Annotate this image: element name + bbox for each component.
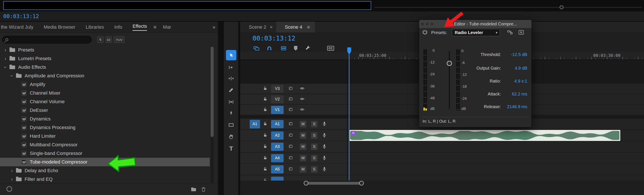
clip-fx-badge[interactable]: fx <box>350 131 356 135</box>
tree-item-dynamics-processing[interactable]: Dynamics Processing <box>0 123 210 132</box>
tab-media-browser[interactable]: Media Browser <box>38 21 80 32</box>
mute-button[interactable]: M <box>300 132 306 139</box>
lock-icon[interactable] <box>263 97 268 102</box>
track-name-a4[interactable]: A4 <box>271 154 284 162</box>
track-name-a2[interactable]: A2 <box>271 131 284 140</box>
rectangle-tool[interactable] <box>226 120 236 130</box>
tab-effects[interactable]: Effects <box>127 21 152 32</box>
tree-item-deesser[interactable]: DeEsser <box>0 106 210 115</box>
captions-icon[interactable]: CC <box>328 45 334 51</box>
sync-lock-icon[interactable] <box>288 144 293 149</box>
tab-markers[interactable]: Mar <box>158 21 176 32</box>
audio-clip[interactable]: fx <box>350 130 620 141</box>
ratio-value[interactable]: 4.9 x:1 <box>504 78 527 84</box>
track-name-v2[interactable]: V2 <box>271 95 284 103</box>
clip-editor-window[interactable]: Clip Editor - Tube-modeled Compre... Pre… <box>419 20 532 127</box>
track-select-forward-tool[interactable] <box>226 62 236 73</box>
zoom-handle-right[interactable] <box>359 181 364 186</box>
tab-overflow-icon[interactable]: » <box>212 24 218 30</box>
tree-item-channel-volume[interactable]: Channel Volume <box>0 97 210 106</box>
threshold-slider-handle[interactable] <box>447 61 452 66</box>
mute-button[interactable]: M <box>300 155 306 161</box>
new-custom-bin-button[interactable] <box>191 187 196 193</box>
track-name-a3[interactable]: A3 <box>271 143 284 151</box>
sync-lock-icon[interactable] <box>288 122 293 127</box>
channel-map-icon[interactable] <box>507 30 513 35</box>
effects-scrollbar-thumb[interactable] <box>211 46 214 137</box>
lock-icon[interactable] <box>263 107 268 112</box>
window-close-icon[interactable] <box>421 23 424 25</box>
monitor-zoom-track[interactable] <box>374 7 642 7</box>
linked-selection-icon[interactable] <box>280 45 287 51</box>
filter-32bit-color-button[interactable]: 32 <box>106 36 112 43</box>
tree-item-amplitude-and-compression[interactable]: ›Amplitude and Compression <box>0 72 210 80</box>
release-value[interactable]: 2146.9 ms <box>504 104 527 109</box>
tree-item-multiband-compressor[interactable]: Multiband Compressor <box>0 141 210 149</box>
hand-tool[interactable] <box>226 132 236 142</box>
track-name-v1[interactable]: V1 <box>271 106 284 114</box>
nest-toggle-icon[interactable] <box>253 45 260 51</box>
close-editor-icon[interactable] <box>518 30 524 35</box>
chevron-right-icon[interactable]: › <box>3 47 8 53</box>
effect-power-toggle[interactable] <box>422 29 428 36</box>
output-gain-value[interactable]: 4.9 dB <box>504 65 527 71</box>
tab-scene-2[interactable]: Scene 2 × <box>240 21 276 32</box>
tree-item-lumetri-presets[interactable]: ›Lumetri Presets <box>0 54 210 63</box>
chevron-right-icon[interactable]: › <box>10 168 14 174</box>
voiceover-mic-icon[interactable] <box>322 133 326 138</box>
timeline-settings-wrench-icon[interactable] <box>305 45 312 51</box>
razor-tool[interactable] <box>226 85 236 95</box>
presets-dropdown[interactable]: Radio Leveler ▾ <box>452 29 500 36</box>
filter-accelerated-effects-button[interactable]: ↯ <box>97 36 104 43</box>
threshold-slider-track[interactable] <box>449 51 450 109</box>
eye-icon[interactable] <box>300 107 304 113</box>
track-name-partial[interactable] <box>271 177 284 181</box>
tree-item-audio-effects[interactable]: ›Audio Effects <box>0 63 210 72</box>
selection-tool[interactable] <box>226 50 236 60</box>
threshold-value[interactable]: -12.5 dB <box>504 52 527 57</box>
playhead-line[interactable] <box>349 54 350 181</box>
sync-lock-icon[interactable] <box>288 97 293 102</box>
track-content-partial[interactable] <box>348 175 644 181</box>
tree-item-channel-mixer[interactable]: Channel Mixer <box>0 89 210 97</box>
tree-item-delay-and-echo[interactable]: ›Delay and Echo <box>0 166 210 175</box>
window-zoom-icon[interactable] <box>430 23 433 25</box>
attack-value[interactable]: 62.2 ms <box>504 91 527 97</box>
eye-icon[interactable] <box>300 86 304 92</box>
lock-icon[interactable] <box>263 156 268 161</box>
chevron-right-icon[interactable]: › <box>10 176 14 182</box>
voiceover-mic-icon[interactable] <box>322 144 326 150</box>
eye-icon[interactable] <box>300 97 304 102</box>
tab-info[interactable]: Info <box>109 21 127 32</box>
source-patch-a1[interactable]: A1 <box>250 120 260 128</box>
snap-icon[interactable] <box>266 45 272 51</box>
track-content-a5[interactable] <box>348 164 644 175</box>
filter-yuv-effects-button[interactable]: YUV <box>114 36 124 43</box>
track-name-v3[interactable]: V3 <box>271 85 284 93</box>
effects-search-box[interactable] <box>2 36 92 43</box>
effects-scrollbar[interactable] <box>211 46 214 183</box>
chevron-down-icon[interactable]: › <box>9 73 15 78</box>
voiceover-mic-icon[interactable] <box>322 121 326 127</box>
track-content-a3[interactable] <box>348 141 644 152</box>
tree-item-hard-limiter[interactable]: Hard Limiter <box>0 132 210 141</box>
tab-libraries[interactable]: Libraries <box>80 21 109 32</box>
sync-lock-icon[interactable] <box>288 107 293 112</box>
lock-icon[interactable] <box>263 122 268 127</box>
close-tab-icon[interactable]: × <box>270 24 273 30</box>
window-minimize-icon[interactable] <box>426 23 428 25</box>
tree-item-filter-and-eq[interactable]: ›Filter and EQ <box>0 175 210 184</box>
lock-icon[interactable] <box>263 144 268 149</box>
monitor-zoom-handle[interactable] <box>560 5 564 9</box>
voiceover-mic-icon[interactable] <box>322 155 326 161</box>
tree-item-amplify[interactable]: Amplify <box>0 80 210 89</box>
timeline-timecode[interactable]: 00:03:13:12 <box>252 34 296 42</box>
lock-icon[interactable] <box>263 86 268 91</box>
sync-lock-icon[interactable] <box>288 167 293 172</box>
solo-button[interactable]: S <box>311 166 318 173</box>
solo-button[interactable]: S <box>311 132 318 139</box>
search-input[interactable] <box>10 37 84 42</box>
type-tool[interactable]: T <box>226 144 236 154</box>
delete-custom-item-button[interactable] <box>201 187 206 193</box>
lock-icon[interactable] <box>263 133 268 138</box>
